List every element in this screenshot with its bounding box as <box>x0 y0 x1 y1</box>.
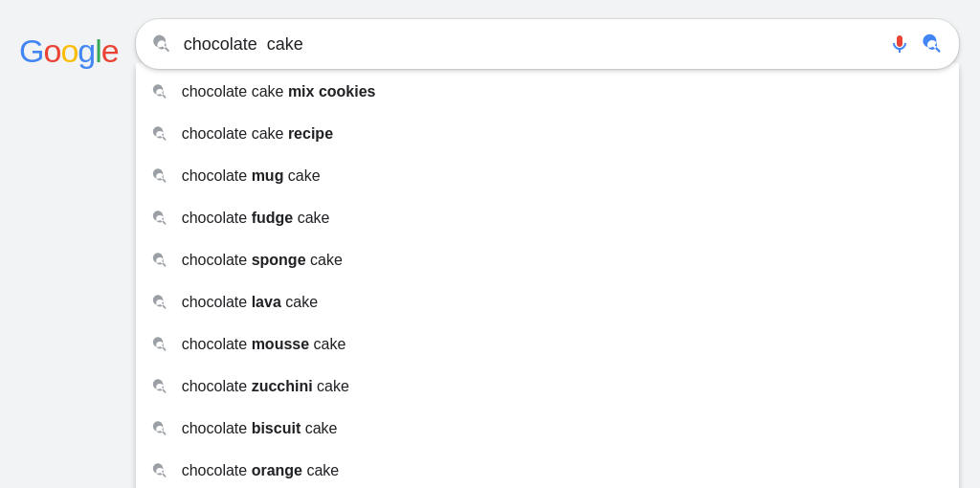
suggestion-item-1[interactable]: chocolate cake mix cookies <box>136 71 959 113</box>
suggestions-dropdown: chocolate cake mix cookies chocolate cak… <box>136 63 959 488</box>
suggestion-search-icon-9 <box>151 420 168 437</box>
suggestion-search-icon-3 <box>151 167 168 185</box>
suggestion-item-3[interactable]: chocolate mug cake <box>136 155 959 197</box>
suggestion-text-7: chocolate mousse cake <box>182 336 346 353</box>
suggestion-item-8[interactable]: chocolate zucchini cake <box>136 366 959 408</box>
logo-e: e <box>101 33 119 69</box>
google-logo: Google <box>19 19 119 70</box>
suggestion-item-5[interactable]: chocolate sponge cake <box>136 239 959 281</box>
suggestion-item-7[interactable]: chocolate mousse cake <box>136 323 959 366</box>
suggestion-text-10: chocolate orange cake <box>182 462 340 479</box>
logo-o2: o <box>60 33 78 69</box>
suggestion-text-4: chocolate fudge cake <box>182 210 330 227</box>
search-box-container <box>136 19 959 69</box>
suggestion-text-9: chocolate biscuit cake <box>182 420 338 437</box>
suggestion-text-8: chocolate zucchini cake <box>182 378 349 395</box>
suggestion-search-icon-2 <box>151 125 168 143</box>
logo-g: G <box>19 33 43 69</box>
search-button-icon[interactable] <box>921 33 944 55</box>
suggestion-search-icon-10 <box>151 462 168 479</box>
suggestion-search-icon-7 <box>151 336 168 353</box>
suggestion-item-6[interactable]: chocolate lava cake <box>136 281 959 323</box>
suggestion-item-10[interactable]: chocolate orange cake <box>136 450 959 488</box>
suggestion-text-6: chocolate lava cake <box>182 294 318 311</box>
suggestion-text-3: chocolate mug cake <box>182 167 321 185</box>
suggestion-search-icon-5 <box>151 252 168 269</box>
suggestion-text-2: chocolate cake recipe <box>182 125 333 143</box>
suggestion-search-icon-6 <box>151 294 168 311</box>
mic-icon[interactable] <box>888 33 911 55</box>
page-wrapper: Google <box>0 10 980 488</box>
suggestion-item-9[interactable]: chocolate biscuit cake <box>136 408 959 450</box>
search-input[interactable] <box>184 34 888 55</box>
search-area: chocolate cake mix cookies chocolate cak… <box>136 19 959 488</box>
suggestion-search-icon-8 <box>151 378 168 395</box>
logo-text: Google <box>19 33 119 70</box>
suggestion-search-icon-4 <box>151 210 168 227</box>
suggestion-text-1: chocolate cake mix cookies <box>182 83 376 100</box>
search-icon <box>151 33 172 55</box>
logo-g2: g <box>78 33 95 69</box>
suggestion-item-2[interactable]: chocolate cake recipe <box>136 113 959 155</box>
suggestion-text-5: chocolate sponge cake <box>182 252 343 269</box>
suggestion-item-4[interactable]: chocolate fudge cake <box>136 197 959 239</box>
suggestion-search-icon-1 <box>151 83 168 100</box>
logo-o1: o <box>43 33 60 69</box>
